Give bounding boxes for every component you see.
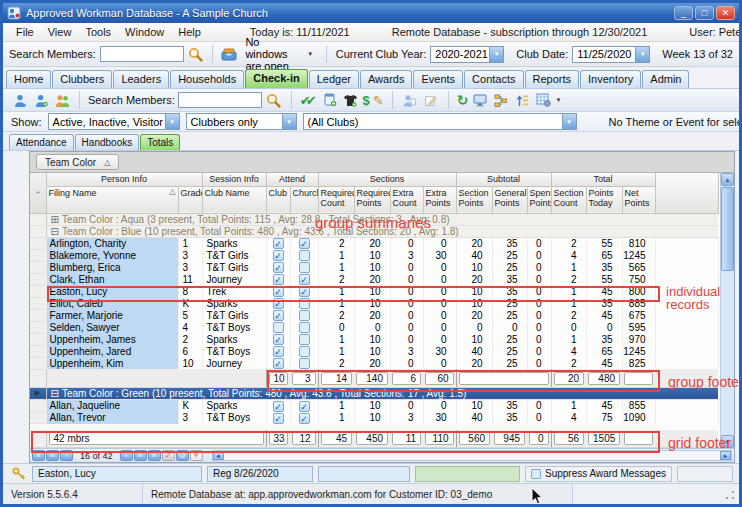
cell-spent[interactable]: 0 [527,285,551,297]
cell-spent[interactable]: 0 [527,309,551,321]
suppress-award-messages-toggle[interactable]: Suppress Award Messages [525,466,672,482]
cell-church-checkbox[interactable]: ✓ [290,285,318,297]
cell-spent[interactable]: 0 [527,412,551,424]
horizontal-scrollbar[interactable]: ◄ ► [212,450,732,461]
tab-ledger[interactable]: Ledger [309,70,359,88]
first-record-button[interactable]: « [32,450,45,461]
cell-club-name[interactable]: Journey [202,273,266,285]
cell-ec[interactable]: 3 [390,345,423,357]
cell-rc[interactable]: 2 [318,273,354,285]
scroll-left-icon[interactable]: ◄ [213,451,224,460]
cell-np[interactable]: 595 [622,321,655,333]
cell-np[interactable]: 1245 [622,249,655,261]
cell-filing-name[interactable]: Allan, Jaqueline [46,399,178,411]
cell-np[interactable]: 800 [622,285,655,297]
cell-rc[interactable]: 2 [318,309,354,321]
club-checkbox-checked[interactable]: ✓ [273,298,284,309]
chevron-down-icon[interactable]: ▼ [282,114,296,129]
cell-church-checkbox[interactable]: ✓ [290,273,318,285]
cell-rp[interactable]: 10 [354,399,390,411]
cell-sc[interactable]: 2 [551,357,586,369]
cell-rc[interactable]: 1 [318,261,354,273]
commit-edit-button[interactable]: ✓ [162,450,175,461]
menu-item-view[interactable]: View [41,25,79,39]
cell-ep[interactable]: 0 [423,399,456,411]
cell-sp[interactable]: 40 [456,412,492,424]
cell-church-checkbox[interactable] [290,309,318,321]
cell-filing-name[interactable]: Farmer, Marjorie [46,309,178,321]
cell-rc[interactable]: 1 [318,249,354,261]
column-header-sp[interactable]: Section Points [456,186,492,213]
cell-rc[interactable]: 2 [318,237,354,249]
club-checkbox-checked[interactable]: ✓ [273,238,284,249]
cell-ep[interactable]: 0 [423,285,456,297]
cell-club-checkbox[interactable]: ✓ [266,309,290,321]
club-checkbox-checked[interactable]: ✓ [273,346,284,357]
search-icon[interactable] [265,91,283,109]
church-checkbox-checked[interactable]: ✓ [299,286,310,297]
club-checkbox-checked[interactable]: ✓ [273,401,284,412]
screen-view-icon[interactable] [471,91,489,109]
cell-sp[interactable]: 20 [456,237,492,249]
cell-filing-name[interactable]: Elliot, Caleb [46,297,178,309]
cell-church-checkbox[interactable]: ✓ [290,399,318,411]
club-checkbox-checked[interactable]: ✓ [273,274,284,285]
church-checkbox-unchecked[interactable] [299,322,310,333]
cell-club-checkbox[interactable]: ✓ [266,273,290,285]
header-group-subtotal[interactable]: Subtotal [456,173,551,186]
church-checkbox-unchecked[interactable] [299,346,310,357]
cell-ep[interactable]: 30 [423,345,456,357]
checkin-member-icon[interactable] [11,91,29,109]
member-row-clark-ethan[interactable]: Clark, Ethan11Journey✓✓2200020350255750 [30,273,718,285]
cell-sc[interactable]: 2 [551,237,586,249]
cell-club-name[interactable]: T&T Boys [202,321,266,333]
cell-ep[interactable]: 0 [423,333,456,345]
cell-pt[interactable]: 55 [586,237,622,249]
cell-spent[interactable]: 0 [527,333,551,345]
church-checkbox-checked[interactable]: ✓ [299,401,310,412]
member-row-blakemore-yvonne[interactable]: Blakemore, Yvonne3T&T Girls✓110330402504… [30,249,718,261]
last-record-button[interactable]: » [148,450,161,461]
cell-sp[interactable]: 0 [456,321,492,333]
cell-ep[interactable]: 0 [423,357,456,369]
cell-filing-name[interactable]: Uppenheim, James [46,333,178,345]
filter-icon[interactable]: ▼ [190,450,203,461]
cell-pt[interactable]: 45 [586,309,622,321]
member-row-uppenheim-kim[interactable]: Uppenheim, Kim10Journey✓2200020250245825 [30,357,718,369]
cell-filing-name[interactable]: Arlington, Charity [46,237,178,249]
cell-club-checkbox[interactable]: ✓ [266,345,290,357]
club-checkbox-checked[interactable]: ✓ [273,262,284,273]
cell-np[interactable]: 565 [622,261,655,273]
church-checkbox-checked[interactable]: ✓ [299,274,310,285]
cancel-edit-button[interactable]: ↺ [176,450,189,461]
cell-church-checkbox[interactable] [290,333,318,345]
cell-club-checkbox[interactable]: ✓ [266,333,290,345]
cell-pt[interactable]: 45 [586,285,622,297]
cell-sp[interactable]: 10 [456,297,492,309]
cell-pt[interactable]: 35 [586,297,622,309]
cell-club-name[interactable]: Journey [202,357,266,369]
cell-pt[interactable]: 65 [586,345,622,357]
cell-club-name[interactable]: Sparks [202,399,266,411]
cell-gp[interactable]: 25 [492,261,527,273]
member-row-farmer-marjorie[interactable]: Farmer, Marjorie5T&T Girls✓2200020250245… [30,309,718,321]
club-checkbox-checked[interactable]: ✓ [273,358,284,369]
cell-ec[interactable]: 0 [390,237,423,249]
column-header-gp[interactable]: General Points [492,186,527,213]
cell-spent[interactable]: 0 [527,399,551,411]
cell-np[interactable]: 750 [622,273,655,285]
cell-gp[interactable]: 25 [492,297,527,309]
cell-club-name[interactable]: T&T Girls [202,249,266,261]
column-header-ep[interactable]: Extra Points [423,186,456,213]
search-icon[interactable] [188,45,203,63]
cell-club-checkbox[interactable]: ✓ [266,297,290,309]
club-year-select[interactable]: 2020-2021 ▼ [430,46,504,63]
tab-admin[interactable]: Admin [642,70,689,88]
cell-ec[interactable]: 0 [390,333,423,345]
cell-grade[interactable]: 8 [178,285,202,297]
cell-rc[interactable]: 1 [318,333,354,345]
vertical-scrollbar[interactable]: ▲ ▼ [720,173,734,448]
cell-sc[interactable]: 1 [551,399,586,411]
column-header-rp[interactable]: Required Points [354,186,390,213]
cell-filing-name[interactable]: Uppenheim, Jared [46,345,178,357]
